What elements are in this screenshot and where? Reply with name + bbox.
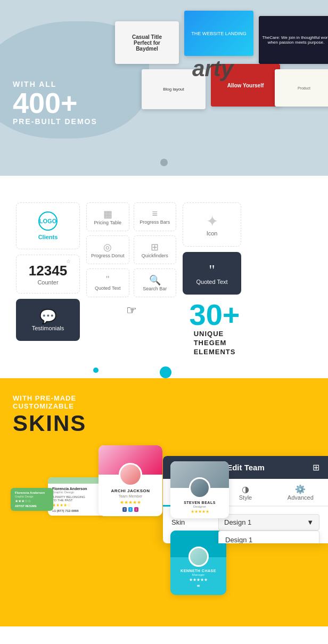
profile-card-2: Florencia Anderson Graphic Design A PART… [48,477,106,516]
card1-social: f t i [103,507,158,512]
dropdown-list: Design 1 Design 2 Design 3 Design 4 Desi… [218,531,319,543]
arty-text: arty [192,56,233,81]
demo-screenshots-grid: Casual TitlePerfect forBaydmel THE WEBSI… [110,5,328,144]
pricing-table-label: Pricing Table [94,220,121,225]
card1-role: Team Member [103,494,158,498]
dot-decoration [160,159,168,166]
dot-blue [93,368,99,373]
testimonials-card: 💬 Testimonials [16,299,80,341]
card5-name: Florencia Anderson [15,491,49,494]
panel-title: Edit Team [227,463,265,472]
panel-grid-icon[interactable]: ⊞ [313,462,319,472]
search-bar-icon: 🔍 [149,274,161,286]
quickfinders-icon: ⊞ [151,241,159,253]
progress-donut-icon: ◎ [103,241,112,253]
demo-thumb-2: THE WEBSITE LANDING [184,11,253,56]
quoted-text-small-widget: " Quoted Text [86,268,129,297]
style-tab-icon: ◑ [242,484,249,494]
quoted-text-icon: " [209,262,215,279]
thirty-number: 30+ [190,300,240,330]
card2-name: Florencia Anderson [52,487,102,491]
quickfinders-label: Quickfinders [142,253,168,258]
profile-cards-area: ARCHI JACKSON Team Member ★★★★★ f t i Fl… [0,445,328,626]
demo-thumb-1: Casual TitlePerfect forBaydmel [115,21,179,64]
quickfinders-widget: ⊞ Quickfinders [134,235,177,264]
card1-name: ARCHI JACKSON [103,488,158,493]
hand-cursor-icon: ☞ [86,304,176,317]
testimonials-icon: 💬 [39,308,56,325]
skins-text-block: WITH PRE-MADE CUSTOMIZABLE SKINS [0,394,328,445]
card4-name: KENNETH CHASE [175,569,222,573]
icon-widget-card: ✦ Icon [183,202,241,247]
dropdown-chevron-icon: ▼ [307,518,314,526]
card2-info: Florencia Anderson Graphic Design A PART… [48,484,106,516]
card2-role: Graphic Design [52,491,102,494]
counter-number: 12345 [29,263,67,279]
skin-dropdown[interactable]: Design 1 ▼ Design 1 Design 2 Design 3 De… [218,514,319,531]
card1-stars: ★★★★★ [103,500,158,505]
profile-card-3: STEVEN BEALS Designer ★★★★★ [170,461,229,518]
demo-thumb-6: Product [275,69,328,107]
dropdown-item-design1[interactable]: Design 1 [219,531,319,543]
counter-card: ☆ 12345 Counter [16,255,80,294]
search-bar-widget: 🔍 Search Bar [134,268,177,297]
elements-main-layout: LOGO Clients ☆ 12345 Counter 💬 Testimoni… [11,202,317,357]
card4-contact: ✉ [175,584,222,588]
card1-avatar [119,463,142,486]
card4-stars: ★★★★★ [175,577,222,582]
progress-bars-widget: ≡ Progress Bars [134,202,177,231]
card2-stars: ★★★★☆ [52,503,102,508]
logo-icon: LOGO [38,211,58,231]
small-widgets-grid: ▦ Pricing Table ≡ Progress Bars ◎ Progre… [86,202,176,297]
skin-row-label: Skin [171,518,185,526]
card2-extra: +1 (877) 712-0888 [52,509,102,512]
pricing-table-widget: ▦ Pricing Table [86,202,129,231]
card3-role: Designer [175,505,225,508]
big-number: 400+ [13,88,97,117]
with-pre-label: WITH PRE-MADE [13,394,315,402]
logo-clients-card: LOGO Clients [16,202,80,249]
progress-donut-widget: ◎ Progress Donut [86,235,129,264]
card5-stars: ★★★☆☆ [15,499,49,503]
dot-teal [160,366,171,378]
quoted-text-small-icon: " [106,274,109,286]
advanced-tab-icon: ⚙️ [295,484,306,494]
advanced-tab-label: Advanced [288,494,314,501]
demo-thumb-3: TheCare: We join in thoughtful work when… [259,16,328,64]
skins-section: WITH PRE-MADE CUSTOMIZABLE SKINS ARCHI J… [0,378,328,626]
elements-section: LOGO Clients ☆ 12345 Counter 💬 Testimoni… [0,176,328,378]
elements-right-col: ✦ Icon " Quoted Text 30+ UNIQUE THEGEM E… [183,202,241,357]
search-bar-label: Search Bar [143,286,167,291]
card5-extra: ARTIST RESUME [15,504,49,508]
progress-bars-icon: ≡ [152,208,158,219]
pre-built-label: PRE-BUILT DEMOS [13,117,97,126]
selected-value: Design 1 [224,518,251,526]
demos-section: Casual TitlePerfect forBaydmel THE WEBSI… [0,0,328,176]
dropdown-selected[interactable]: Design 1 ▼ [218,514,319,531]
clients-label: Clients [38,234,58,240]
profile-card-5: Florencia Anderson Graphic Design ★★★☆☆ … [11,488,53,511]
testimonials-label: Testimonials [32,325,64,331]
card5-role: Graphic Design [15,495,49,498]
profile-card-1: ARCHI JACKSON Team Member ★★★★★ f t i [99,445,162,516]
counter-label: Counter [37,279,58,286]
quoted-text-small-label: Quoted Text [95,286,120,291]
customizable-label: CUSTOMIZABLE [13,402,315,410]
icon-widget-icon: ✦ [206,213,218,230]
card4-avatar [188,547,209,567]
progress-donut-label: Progress Donut [91,253,125,258]
card4-role: Manager [175,573,222,576]
card3-avatar [189,477,210,499]
elements-left-col: LOGO Clients ☆ 12345 Counter 💬 Testimoni… [16,202,80,341]
quoted-text-card: " Quoted Text [183,252,241,295]
tab-advanced[interactable]: ⚙️ Advanced [273,479,328,507]
icon-widget-label: Icon [207,230,218,237]
card3-stars: ★★★★★ [175,509,225,514]
style-tab-label: Style [239,494,252,501]
card3-name: STEVEN BEALS [175,501,225,504]
thirty-plus-block: 30+ UNIQUE THEGEM ELEMENTS [188,300,241,357]
quoted-text-label: Quoted Text [196,279,228,285]
elements-mid-col: ▦ Pricing Table ≡ Progress Bars ◎ Progre… [86,202,176,317]
pricing-table-icon: ▦ [103,208,112,220]
thirty-text: UNIQUE THEGEM ELEMENTS [194,330,236,357]
